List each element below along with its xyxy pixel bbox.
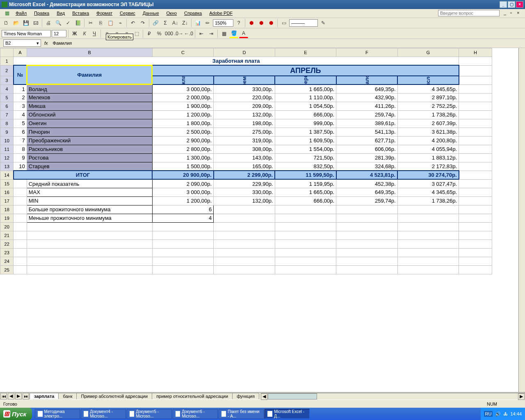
borders-btn[interactable]: ▭ [279, 18, 288, 27]
row-12[interactable]: 12 [0, 153, 14, 162]
cell[interactable] [14, 196, 27, 205]
stat-label[interactable]: Средний показатель [27, 179, 152, 188]
tab-zarplata[interactable]: зарплата [30, 393, 59, 399]
cell[interactable]: 4 [152, 214, 213, 222]
drawing-icon[interactable]: ✏ [203, 18, 212, 27]
fx-icon[interactable]: fx [44, 41, 48, 46]
hdr-oklad[interactable]: Оклад [152, 76, 213, 84]
cell[interactable]: 275,00р. [214, 128, 275, 136]
cell[interactable]: 132,00р. [214, 110, 275, 119]
row-25[interactable]: 25 [0, 265, 14, 274]
cell[interactable]: 2 900,00р. [152, 136, 213, 145]
dec-decimal-icon[interactable]: ←.0 [184, 29, 193, 38]
cell[interactable]: 330,00р. [214, 188, 275, 196]
cell[interactable]: 541,13р. [336, 128, 397, 136]
cell[interactable]: 1 500,00р. [152, 162, 213, 171]
row-7[interactable]: 7 [0, 110, 14, 119]
cell[interactable]: 1 800,00р. [152, 119, 213, 128]
row-2[interactable]: 2 [0, 65, 14, 76]
cell-num[interactable]: 3 [14, 102, 27, 110]
lang-indicator[interactable]: RU [484, 411, 493, 417]
cell[interactable]: 1 900,00р. [152, 102, 213, 110]
row-4[interactable]: 4 [0, 84, 14, 93]
cell[interactable]: 1 738,26р. [397, 196, 459, 205]
paste-icon[interactable]: 📋 [106, 18, 115, 27]
extra-label[interactable]: Меньше прожиточного минимума [27, 214, 152, 222]
cell[interactable]: 649,35р. [336, 188, 397, 196]
menu-data[interactable]: Данные [139, 10, 162, 16]
cell-fam[interactable]: Ростова [27, 153, 152, 162]
cell[interactable]: 1 665,00р. [275, 84, 336, 93]
row-11[interactable]: 11 [0, 145, 14, 153]
cell[interactable]: 132,00р. [214, 196, 275, 205]
comma-icon[interactable]: 000 [164, 29, 173, 38]
cell[interactable]: 324,68р. [336, 162, 397, 171]
pdf-mail-icon[interactable]: ⬢ [257, 18, 266, 27]
spelling-icon[interactable]: ✓ [64, 18, 73, 27]
cell[interactable]: 4 200,80р. [397, 136, 459, 145]
cell-fam[interactable]: Печорин [27, 128, 152, 136]
row-20[interactable]: 20 [0, 222, 14, 231]
inc-decimal-icon[interactable]: .0→ [174, 29, 183, 38]
font-name-box[interactable]: Times New Roman [2, 30, 51, 37]
menu-file[interactable]: Файл [12, 10, 30, 16]
itog-d[interactable]: 2 299,00р. [214, 171, 275, 179]
cell[interactable]: 2 500,00р. [152, 128, 213, 136]
col-D[interactable]: D [214, 48, 275, 57]
cell[interactable]: 1 054,50р. [275, 102, 336, 110]
hdr-month[interactable]: АПРЕЛЬ [152, 65, 459, 76]
tray-icon[interactable]: 🔊 [495, 411, 501, 417]
tab-last[interactable]: ⏭ [23, 393, 29, 399]
stat-label[interactable]: MAX [27, 188, 152, 196]
taskbar-item[interactable]: Microsoft Excel - Д... [265, 409, 310, 419]
extra-label[interactable]: Больше прожиточного минимума [27, 205, 152, 214]
tab-func[interactable]: функция [232, 393, 259, 399]
cell[interactable]: 1 738,26р. [397, 110, 459, 119]
col-F[interactable]: F [336, 48, 397, 57]
hdr-premia[interactable]: Премия [214, 76, 275, 84]
cell[interactable]: 229,90р. [214, 179, 275, 188]
cell[interactable]: 209,00р. [214, 102, 275, 110]
taskbar-item[interactable]: Документ4 - Microso... [81, 409, 126, 419]
cell[interactable] [14, 214, 27, 222]
cell-num[interactable]: 10 [14, 162, 27, 171]
row-10[interactable]: 10 [0, 136, 14, 145]
row-1[interactable]: 1 [0, 57, 14, 65]
tab-rel[interactable]: пример относительной адресации [152, 393, 233, 399]
research-icon[interactable]: 📗 [73, 18, 82, 27]
cell[interactable]: 330,00р. [214, 84, 275, 93]
cell[interactable]: 308,00р. [214, 145, 275, 153]
pdf-review-icon[interactable]: ⬢ [267, 18, 276, 27]
autosum-icon[interactable]: Σ [161, 18, 170, 27]
chart-icon[interactable]: 📊 [193, 18, 202, 27]
menu-tools[interactable]: Сервис [116, 10, 139, 16]
itog-g[interactable]: 30 274,70р. [397, 171, 459, 179]
row-13[interactable]: 13 [0, 162, 14, 171]
doc-restore-button[interactable]: ▫ [510, 10, 516, 16]
menu-view[interactable]: Вид [53, 10, 68, 16]
hdr-nach[interactable]: Начисление [397, 76, 459, 84]
start-button[interactable]: ⊞Пуск [0, 408, 32, 420]
format-painter-icon[interactable]: ⌁ [116, 18, 125, 27]
menu-insert[interactable]: Вставка [69, 10, 92, 16]
cell[interactable]: 1 554,00р. [275, 145, 336, 153]
menu-edit[interactable]: Правка [31, 10, 52, 16]
merge-icon[interactable]: ⬚ [132, 29, 141, 38]
cell[interactable]: 1 665,00р. [275, 188, 336, 196]
row-21[interactable]: 21 [0, 231, 14, 240]
cell[interactable]: 1 159,95р. [275, 179, 336, 188]
cell[interactable]: 6 [152, 205, 213, 214]
cell-num[interactable]: 8 [14, 145, 27, 153]
cell[interactable]: 832,50р. [275, 162, 336, 171]
underline-icon[interactable]: Ч [90, 29, 99, 38]
cell[interactable]: 452,38р. [336, 179, 397, 188]
taskbar-item[interactable]: Пакет без имени - A... [219, 409, 264, 419]
name-box[interactable]: B2▾ [3, 39, 41, 47]
doc-close-button[interactable]: × [517, 10, 523, 16]
cell[interactable]: 2 800,00р. [152, 145, 213, 153]
cell[interactable]: 2 752,25р. [397, 102, 459, 110]
row-3[interactable]: 3 [0, 76, 14, 84]
cell[interactable]: 1 200,00р. [152, 196, 213, 205]
hyperlink-icon[interactable]: 🔗 [151, 18, 160, 27]
copy-icon[interactable]: ⎘ [96, 18, 105, 27]
